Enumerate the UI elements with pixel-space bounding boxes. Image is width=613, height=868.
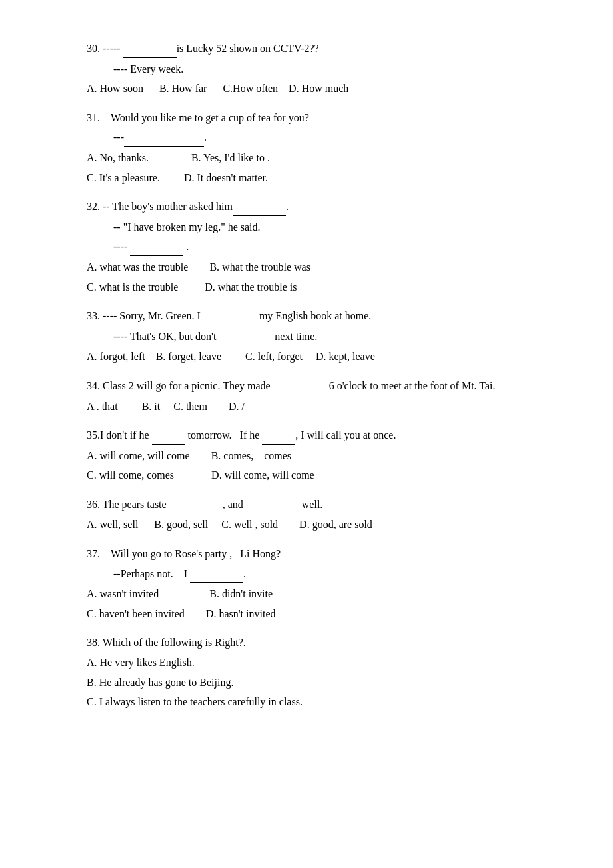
q38-optionC: C. I always listen to the teachers caref… (87, 693, 533, 711)
q32-blank2 (130, 238, 183, 256)
q38-text: 38. Which of the following is Right?. (87, 634, 533, 651)
q32-blank1 (233, 198, 286, 216)
q34-text: 34. Class 2 will go for a picnic. They m… (87, 377, 533, 395)
question-38: 38. Which of the following is Right?. A.… (87, 634, 533, 710)
q38-optionB: B. He already has gone to Beijing. (87, 674, 533, 691)
q37-text: 37.—Will you go to Rose's party , Li Hon… (87, 545, 533, 563)
q33-sub: ---- That's OK, but don't next time. (113, 328, 533, 346)
q31-options2: C. It's a pleasure. D. It doesn't matter… (87, 169, 533, 187)
question-30: 30. ----- is Lucky 52 shown on CCTV-2?? … (87, 40, 533, 97)
q34-blank (273, 377, 326, 395)
q30-sub: ---- Every week. (113, 61, 533, 78)
q35-blank2 (262, 427, 295, 445)
q35-text: 35.I don't if he tomorrow. If he , I wil… (87, 427, 533, 445)
question-36: 36. The pears taste , and well. A. well,… (87, 496, 533, 533)
q33-blank1 (203, 307, 257, 325)
q36-blank2 (246, 496, 299, 514)
q34-options: A . that B. it C. them D. / (87, 398, 533, 415)
q30-text: 30. ----- is Lucky 52 shown on CCTV-2?? (87, 40, 533, 58)
q35-blank1 (152, 427, 185, 445)
q38-optionA: A. He very likes English. (87, 654, 533, 671)
q30-options: A. How soon B. How far C.How often D. Ho… (87, 80, 533, 97)
q33-blank2 (219, 328, 272, 346)
q32-options2: C. what is the trouble D. what the troub… (87, 279, 533, 296)
q30-blank (123, 40, 177, 58)
question-33: 33. ---- Sorry, Mr. Green. I my English … (87, 307, 533, 365)
q31-blank (124, 129, 204, 147)
question-37: 37.—Will you go to Rose's party , Li Hon… (87, 545, 533, 622)
question-31: 31.—Would you like me to get a cup of te… (87, 109, 533, 186)
question-34: 34. Class 2 will go for a picnic. They m… (87, 377, 533, 415)
q31-text: 31.—Would you like me to get a cup of te… (87, 109, 533, 127)
q31-options1: A. No, thanks. B. Yes, I'd like to . (87, 149, 533, 167)
q32-sub1: -- "I have broken my leg." he said. (113, 219, 533, 236)
q37-options2: C. haven't been invited D. hasn't invite… (87, 605, 533, 623)
q35-options2: C. will come, comes D. will come, will c… (87, 467, 533, 484)
q36-text: 36. The pears taste , and well. (87, 496, 533, 514)
q36-options: A. well, sell B. good, sell C. well , so… (87, 516, 533, 533)
q37-blank (190, 565, 243, 583)
q33-text: 33. ---- Sorry, Mr. Green. I my English … (87, 307, 533, 325)
q32-sub2: ---- . (113, 238, 533, 256)
q31-sub: --- . (113, 129, 533, 147)
q33-options: A. forgot, left B. forget, leave C. left… (87, 348, 533, 365)
question-35: 35.I don't if he tomorrow. If he , I wil… (87, 427, 533, 484)
q35-options1: A. will come, will come B. comes, comes (87, 447, 533, 465)
q32-options1: A. what was the trouble B. what the trou… (87, 259, 533, 276)
q32-text: 32. -- The boy's mother asked him . (87, 198, 533, 216)
question-32: 32. -- The boy's mother asked him . -- "… (87, 198, 533, 295)
q37-options1: A. wasn't invited B. didn't invite (87, 585, 533, 603)
q37-sub: --Perhaps not. I . (113, 565, 533, 583)
exam-content: 30. ----- is Lucky 52 shown on CCTV-2?? … (87, 40, 533, 711)
q36-blank1 (169, 496, 223, 514)
